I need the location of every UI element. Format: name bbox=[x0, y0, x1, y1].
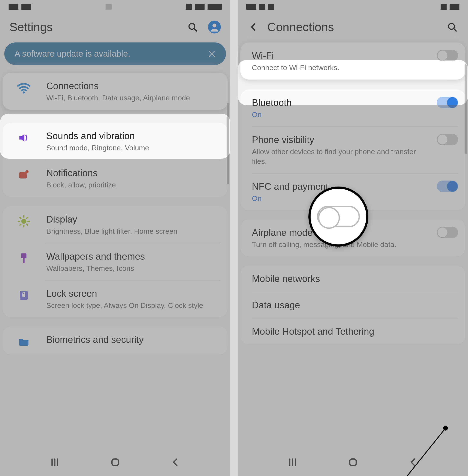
svg-line-30 bbox=[454, 29, 456, 31]
row-title: Lock screen bbox=[46, 288, 220, 299]
svg-point-8 bbox=[26, 170, 29, 173]
status-bar bbox=[238, 0, 468, 10]
search-icon bbox=[447, 22, 457, 32]
page-title: Settings bbox=[9, 20, 53, 34]
settings-group: Sounds and vibration Sound mode, Rington… bbox=[2, 123, 228, 197]
banner-close-button[interactable] bbox=[208, 50, 216, 58]
row-subtitle: On bbox=[252, 110, 424, 119]
connections-row-mobile-networks[interactable]: Mobile networks bbox=[240, 265, 466, 292]
user-avatar-icon bbox=[208, 20, 221, 34]
settings-row-display[interactable]: Display Brightness, Blue light filter, H… bbox=[2, 206, 228, 243]
row-subtitle: Screen lock type, Always On Display, Clo… bbox=[46, 301, 220, 310]
close-icon bbox=[208, 50, 216, 58]
svg-point-39 bbox=[444, 426, 447, 430]
update-banner[interactable]: A software update is available. bbox=[4, 43, 226, 65]
row-title: Connections bbox=[46, 80, 220, 92]
phone-visibility-toggle[interactable] bbox=[437, 134, 458, 145]
svg-line-17 bbox=[27, 217, 28, 218]
svg-rect-25 bbox=[112, 459, 118, 465]
row-subtitle: Block, allow, prioritize bbox=[46, 180, 220, 190]
status-icon bbox=[246, 4, 256, 10]
settings-row-lockscreen[interactable]: Lock screen Screen lock type, Always On … bbox=[2, 280, 228, 317]
status-signal-icon bbox=[440, 4, 447, 10]
connections-row-bluetooth[interactable]: Bluetooth On bbox=[240, 89, 466, 126]
phone-connections: Connections Wi-Fi Connect to Wi-Fi netwo… bbox=[238, 0, 468, 476]
page-title: Connections bbox=[267, 20, 334, 34]
settings-row-connections[interactable]: Connections Wi-Fi, Bluetooth, Data usage… bbox=[2, 73, 228, 110]
row-title: Wallpapers and themes bbox=[46, 250, 220, 262]
status-icon bbox=[268, 4, 274, 10]
connections-row-hotspot[interactable]: Mobile Hotspot and Tethering bbox=[240, 318, 466, 345]
row-subtitle: Allow other devices to find your phone a… bbox=[252, 147, 424, 166]
search-button[interactable] bbox=[186, 21, 199, 33]
callout-leader-line bbox=[238, 345, 468, 476]
nfc-toggle[interactable] bbox=[437, 181, 458, 192]
toggle-off-large-icon bbox=[317, 206, 360, 227]
settings-row-sounds[interactable]: Sounds and vibration Sound mode, Rington… bbox=[2, 123, 228, 160]
status-battery-icon bbox=[450, 4, 459, 10]
svg-rect-21 bbox=[22, 294, 25, 297]
connections-row-wifi[interactable]: Wi-Fi Connect to Wi-Fi networks. bbox=[240, 43, 466, 79]
account-button[interactable] bbox=[208, 21, 221, 33]
status-battery-icon bbox=[207, 4, 222, 10]
connections-row-data-usage[interactable]: Data usage bbox=[240, 292, 466, 318]
row-title: Notifications bbox=[46, 167, 220, 179]
svg-rect-19 bbox=[23, 258, 25, 263]
status-icon bbox=[259, 4, 265, 10]
wifi-icon bbox=[17, 81, 31, 95]
scroll-indicator[interactable] bbox=[227, 103, 229, 184]
svg-rect-18 bbox=[21, 253, 27, 258]
toggle-magnifier-callout bbox=[308, 186, 368, 246]
app-header: Settings bbox=[0, 10, 230, 43]
row-title: Mobile Hotspot and Tethering bbox=[252, 325, 458, 337]
lock-icon bbox=[18, 289, 30, 301]
svg-line-14 bbox=[20, 217, 21, 218]
wifi-toggle[interactable] bbox=[437, 50, 458, 61]
connections-row-phone-visibility[interactable]: Phone visibility Allow other devices to … bbox=[240, 126, 466, 173]
row-title: Data usage bbox=[252, 299, 458, 311]
row-title: Mobile networks bbox=[252, 273, 458, 285]
row-subtitle: Wallpapers, Themes, Icons bbox=[46, 263, 220, 273]
row-title: Sounds and vibration bbox=[46, 130, 220, 142]
svg-point-6 bbox=[23, 91, 25, 93]
settings-group: Biometrics and security bbox=[2, 326, 228, 355]
notifications-icon bbox=[17, 168, 30, 181]
row-subtitle: Brightness, Blue light filter, Home scre… bbox=[46, 226, 220, 236]
status-icon bbox=[9, 4, 18, 10]
status-icon bbox=[21, 4, 31, 10]
svg-point-9 bbox=[21, 219, 26, 224]
header-back-button[interactable] bbox=[247, 21, 260, 33]
status-bar bbox=[0, 0, 230, 10]
settings-group-connections: Connections Wi-Fi, Bluetooth, Data usage… bbox=[2, 73, 228, 110]
settings-row-biometrics[interactable]: Biometrics and security bbox=[2, 326, 228, 355]
display-icon bbox=[17, 215, 30, 228]
nav-back-button[interactable] bbox=[170, 457, 181, 468]
row-title: Wi-Fi bbox=[252, 50, 424, 61]
back-icon bbox=[170, 457, 181, 468]
banner-text: A software update is available. bbox=[15, 49, 130, 59]
home-icon bbox=[110, 457, 121, 468]
settings-group: Display Brightness, Blue light filter, H… bbox=[2, 206, 228, 318]
nav-home-button[interactable] bbox=[110, 457, 121, 468]
svg-line-15 bbox=[27, 224, 28, 225]
row-title: Display bbox=[46, 213, 220, 225]
search-button[interactable] bbox=[446, 21, 459, 33]
connections-group: Mobile networks Data usage Mobile Hotspo… bbox=[240, 265, 466, 345]
status-signal-icon bbox=[195, 4, 205, 10]
svg-line-16 bbox=[20, 224, 21, 225]
bluetooth-toggle[interactable] bbox=[437, 97, 458, 108]
search-icon bbox=[187, 22, 198, 32]
settings-row-notifications[interactable]: Notifications Block, allow, prioritize bbox=[2, 160, 228, 197]
sound-icon bbox=[17, 131, 30, 144]
settings-row-wallpapers[interactable]: Wallpapers and themes Wallpapers, Themes… bbox=[2, 243, 228, 280]
status-signal-icon bbox=[186, 4, 192, 10]
row-title: Phone visibility bbox=[252, 134, 424, 146]
row-subtitle: Sound mode, Ringtone, Volume bbox=[46, 143, 220, 153]
phone-settings: Settings A software update is available.… bbox=[0, 0, 230, 476]
scroll-indicator[interactable] bbox=[465, 64, 467, 154]
airplane-mode-toggle[interactable] bbox=[437, 227, 458, 238]
nav-recents-button[interactable] bbox=[49, 457, 60, 468]
paint-icon bbox=[17, 252, 30, 265]
svg-rect-7 bbox=[19, 172, 27, 179]
folder-icon bbox=[17, 335, 30, 347]
